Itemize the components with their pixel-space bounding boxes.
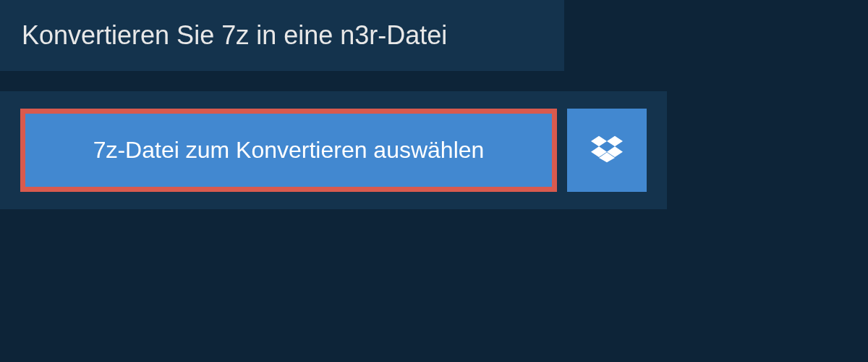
file-select-label: 7z-Datei zum Konvertieren auswählen	[93, 137, 485, 164]
dropbox-icon	[591, 133, 623, 168]
dropbox-button[interactable]	[567, 109, 647, 192]
header-bar: Konvertieren Sie 7z in eine n3r-Datei	[0, 0, 564, 71]
page-title: Konvertieren Sie 7z in eine n3r-Datei	[22, 20, 542, 51]
upload-panel: 7z-Datei zum Konvertieren auswählen	[0, 91, 667, 209]
file-select-button[interactable]: 7z-Datei zum Konvertieren auswählen	[20, 109, 557, 192]
